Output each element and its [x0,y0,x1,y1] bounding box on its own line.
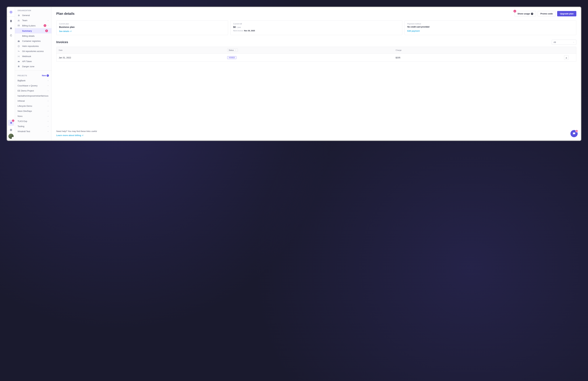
gear-icon [18,14,21,17]
intercom-badge: 2 [575,130,578,132]
project-name: Neon DevDays [18,110,32,112]
sidebar-item-git[interactable]: Git repositories access [15,49,52,54]
col-charge: Charge [396,49,564,51]
invoices-title: Invoices [56,40,68,44]
download-icon [565,56,567,59]
project-item[interactable]: Windmill Test [15,129,52,134]
sidebar-label: Danger zone [22,65,49,68]
show-usage-button[interactable]: 4 Show usage ? [515,11,536,16]
logo[interactable] [8,9,14,15]
sidebar-item-danger[interactable]: Danger zone [15,64,52,69]
sidebar-section-organization: ORGANIZATION [15,7,52,13]
sidebar-section-projects: PROJECTS [18,75,27,77]
see-details-link[interactable]: See details [59,30,72,32]
chevron-down-icon [47,120,49,122]
chevron-down-icon [47,85,49,87]
bill-period: / year [236,26,241,28]
project-item[interactable]: Couchbase x Qovery [15,83,52,88]
plus-icon: + [47,74,49,77]
card-icon [18,24,21,27]
project-item[interactable]: Lifecycle Demo [15,103,52,109]
new-project-button[interactable]: New + [42,74,49,77]
intercom-launcher[interactable]: 2 [570,130,578,137]
sidebar-label: Billing details [22,35,49,37]
key-icon [18,50,21,52]
project-item[interactable]: TLKS Exp [15,119,52,124]
sidebar-label: API Token [22,60,49,63]
team-icon [18,19,21,22]
cloud-icon [18,60,21,63]
chevron-down-icon [48,95,49,97]
button-label: Upgrade plan [560,12,574,15]
sidebar-item-summary[interactable]: Summary 3 [15,28,52,33]
footer-help: Need help? You may find these links usef… [56,130,576,137]
helm-icon [18,45,21,47]
sidebar-item-helm[interactable]: Helm repositories [15,44,52,49]
project-item[interactable]: hackathon/exposemeIamfamous [15,93,52,98]
current-plan-card: Current plan Business plan See details [56,20,228,35]
sidebar-item-webhook[interactable]: Webhook [15,54,52,59]
project-name: hackathon/exposemeIamfamous [18,95,48,97]
chevron-down-icon [573,41,575,43]
table-row: Jan 31, 2022 VOIDED $205 [56,54,576,61]
payment-method-card: Payment method No credit card provided E… [405,20,576,35]
sidebar-item-api-token[interactable]: API Token [15,59,52,64]
chevron-down-icon [47,105,49,107]
chevron-down-icon [47,80,49,81]
chat-icon [572,132,576,135]
status-badge: VOIDED [227,56,236,59]
project-item[interactable]: Tooling [15,124,52,129]
col-date: Date [59,49,227,51]
sidebar-item-billing-details[interactable]: Billing details [15,33,52,39]
chevron-down-icon [235,49,236,51]
download-invoice-button[interactable] [564,55,569,60]
project-item[interactable]: Novu [15,114,52,119]
project-name: Couchbase x Qovery [18,84,37,87]
card-value: Business plan [59,26,225,28]
status-filter[interactable]: Status [227,49,238,52]
button-label: Promo code [540,12,553,15]
rail-clusters-icon[interactable] [8,25,14,31]
edit-payment-link[interactable]: Edit payment [407,30,420,32]
promo-code-button[interactable]: Promo code [538,11,556,16]
chevron-down-icon [47,126,49,127]
sidebar-item-billing[interactable]: Billing & plans 2 [15,23,52,28]
new-label: New [42,74,46,77]
sidebar-label: Billing & plans [22,24,44,27]
project-item[interactable]: Neon DevDays [15,109,52,114]
next-invoice-date: Nov 30, 2025 [244,30,255,32]
help-icon: ? [531,13,533,15]
upgrade-plan-button[interactable]: Upgrade plan [557,11,576,16]
card-label: Payment method [407,23,574,25]
sidebar-label: Helm repositories [22,45,49,47]
sidebar-label: Webhook [22,55,49,58]
project-item[interactable]: EE Demo Project [15,88,52,93]
sidebar-item-general[interactable]: General [15,13,52,18]
select-value: All [554,41,556,43]
project-item[interactable]: BigBank [15,78,52,83]
chevron-down-icon [47,20,49,21]
row-charge: $205 [396,56,564,59]
rail-settings-icon[interactable]: 1 [8,120,14,126]
rail-environments-icon[interactable] [8,18,14,24]
project-item[interactable]: Infisical [15,98,52,103]
sidebar-label: Container registries [22,40,49,42]
project-name: EE Demo Project [18,90,34,92]
summary-badge: 3 [45,30,48,32]
invoice-filter-select[interactable]: All [552,40,576,45]
learn-more-link[interactable]: Learn more about billing [56,134,84,137]
rail-history-icon[interactable] [8,32,14,38]
webhook-icon [18,55,21,58]
current-bill-card: Current bill $0 / year Next invoice: Nov… [230,20,402,35]
billing-badge: 2 [44,24,46,27]
project-name: BigBank [18,79,25,82]
sidebar-item-registries[interactable]: Container registries [15,39,52,44]
next-invoice-label: Next invoice: [233,30,243,32]
sidebar-item-team[interactable]: Team [15,18,52,23]
briefcase-icon [18,40,21,42]
chevron-down-icon [47,90,49,92]
user-avatar[interactable] [8,134,14,139]
sidebar-label: General [22,14,49,17]
card-label: Current plan [59,23,225,25]
rail-info-icon[interactable] [8,127,14,133]
